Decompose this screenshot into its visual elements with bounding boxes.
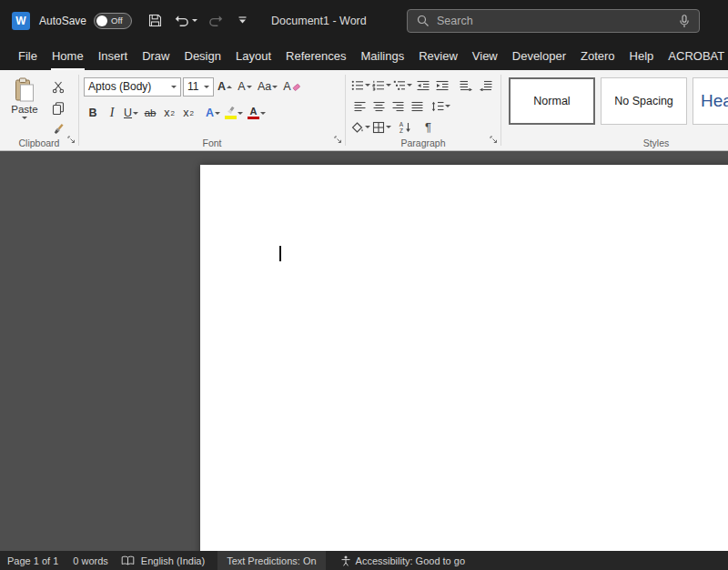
autosave-toggle[interactable]: Off (94, 13, 132, 29)
document-title: Document1 - Word (271, 15, 367, 27)
bullets-button[interactable] (350, 76, 371, 95)
justify-button[interactable] (408, 97, 427, 116)
paragraph-dialog-launcher[interactable] (490, 131, 498, 148)
chevron-down-icon[interactable] (445, 105, 450, 107)
chevron-down-icon[interactable] (171, 86, 177, 88)
borders-button[interactable] (371, 118, 392, 137)
highlight-color-button[interactable] (223, 104, 245, 123)
customize-quick-access-icon (238, 16, 248, 25)
increase-indent-icon (436, 80, 449, 91)
increase-indent-button[interactable] (432, 76, 451, 95)
right-to-left-button[interactable] (476, 76, 495, 95)
chevron-down-icon[interactable] (204, 86, 209, 88)
chevron-down-icon[interactable] (260, 112, 266, 115)
clipboard-dialog-launcher[interactable] (67, 131, 76, 148)
chevron-down-icon[interactable] (133, 112, 138, 115)
tab-developer[interactable]: Developer (505, 41, 573, 70)
chevron-down-icon[interactable] (407, 84, 412, 87)
decrease-indent-button[interactable] (413, 76, 432, 95)
font-color-button[interactable]: A (246, 104, 268, 123)
autosave-toggle-knob (96, 15, 107, 26)
tab-view[interactable]: View (465, 41, 505, 70)
word-count-status[interactable]: 0 words (73, 551, 108, 570)
text-predictions-status[interactable]: Text Predictions: On (217, 551, 325, 570)
search-box[interactable] (407, 9, 700, 33)
change-case-button[interactable]: Aa (256, 77, 279, 97)
align-right-button[interactable] (389, 97, 408, 116)
underline-button[interactable]: U (122, 104, 140, 123)
subscript-mark: 2 (170, 109, 174, 117)
chevron-down-icon[interactable] (365, 84, 370, 87)
tab-home[interactable]: Home (45, 41, 91, 70)
line-spacing-button[interactable] (430, 97, 451, 116)
chevron-down-icon[interactable] (365, 126, 370, 128)
multilevel-list-button[interactable] (392, 76, 413, 95)
tab-help[interactable]: Help (622, 41, 662, 70)
style-no-spacing[interactable]: No Spacing (601, 77, 687, 125)
undo-button[interactable] (175, 15, 197, 27)
page-number-status[interactable]: Page 1 of 1 (7, 551, 58, 570)
chevron-down-icon[interactable] (238, 112, 243, 115)
italic-letter: I (110, 106, 115, 120)
accessibility-status[interactable]: Accessibility: Good to go (340, 551, 465, 570)
decrease-indent-icon (417, 80, 430, 91)
tab-draw[interactable]: Draw (135, 41, 177, 70)
style-normal[interactable]: Normal (509, 77, 595, 125)
font-name-combobox[interactable]: Aptos (Body) (84, 77, 181, 97)
undo-menu-chevron-icon[interactable] (192, 19, 197, 22)
show-formatting-button[interactable]: ¶ (419, 118, 438, 137)
align-center-icon (373, 101, 385, 112)
tab-mailings[interactable]: Mailings (354, 41, 412, 70)
subscript-button[interactable]: x2 (160, 104, 178, 123)
proofing-status[interactable] (121, 551, 135, 570)
tab-insert[interactable]: Insert (91, 41, 136, 70)
tab-file[interactable]: File (11, 41, 45, 70)
tab-zotero[interactable]: Zotero (573, 41, 622, 70)
tab-design[interactable]: Design (177, 41, 228, 70)
document-canvas (0, 151, 728, 551)
customize-quick-access-button[interactable] (238, 16, 248, 25)
strikethrough-button[interactable]: ab (141, 104, 159, 123)
tab-references[interactable]: References (278, 41, 353, 70)
change-case-letters: Aa (258, 80, 271, 93)
text-effects-button[interactable]: A (204, 104, 222, 123)
italic-button[interactable]: I (103, 104, 121, 123)
arrow-down-icon (247, 86, 252, 88)
save-button[interactable] (148, 14, 162, 27)
language-status[interactable]: English (India) (141, 551, 205, 570)
ribbon: Paste (0, 70, 728, 151)
paragraph-group-label: Paragraph (346, 137, 500, 148)
style-heading1[interactable]: Heading 1 (693, 77, 728, 125)
search-input[interactable] (437, 15, 679, 27)
microphone-icon[interactable] (679, 15, 690, 28)
chevron-down-icon[interactable] (215, 112, 220, 115)
chevron-down-icon[interactable] (386, 84, 391, 87)
tab-layout[interactable]: Layout (228, 41, 278, 70)
font-dialog-launcher[interactable] (334, 131, 342, 148)
bold-button[interactable]: B (84, 104, 102, 123)
left-to-right-button[interactable] (457, 76, 476, 95)
font-size-combobox[interactable]: 11 (183, 77, 214, 97)
format-painter-button[interactable] (47, 120, 69, 137)
tab-review[interactable]: Review (411, 41, 465, 70)
font-color-bar (248, 117, 259, 120)
cut-button[interactable] (47, 78, 69, 96)
clear-formatting-button[interactable]: A (281, 77, 301, 97)
copy-button[interactable] (47, 99, 69, 117)
sort-button[interactable]: A Z (396, 118, 415, 137)
shrink-font-button[interactable]: A (236, 77, 254, 97)
grow-font-button[interactable]: A (216, 77, 234, 97)
numbering-button[interactable] (371, 76, 392, 95)
paste-button[interactable]: Paste (5, 76, 45, 137)
superscript-button[interactable]: x2 (179, 104, 197, 123)
tab-acrobat[interactable]: ACROBAT (661, 41, 728, 70)
search-icon (417, 15, 430, 27)
shading-button[interactable] (350, 118, 371, 137)
align-center-button[interactable] (369, 97, 389, 116)
chevron-down-icon[interactable] (386, 126, 391, 128)
right-to-left-icon (479, 80, 492, 91)
align-left-button[interactable] (350, 97, 369, 116)
document-page[interactable] (200, 165, 728, 551)
redo-button[interactable] (208, 15, 223, 27)
cut-icon (52, 81, 65, 94)
